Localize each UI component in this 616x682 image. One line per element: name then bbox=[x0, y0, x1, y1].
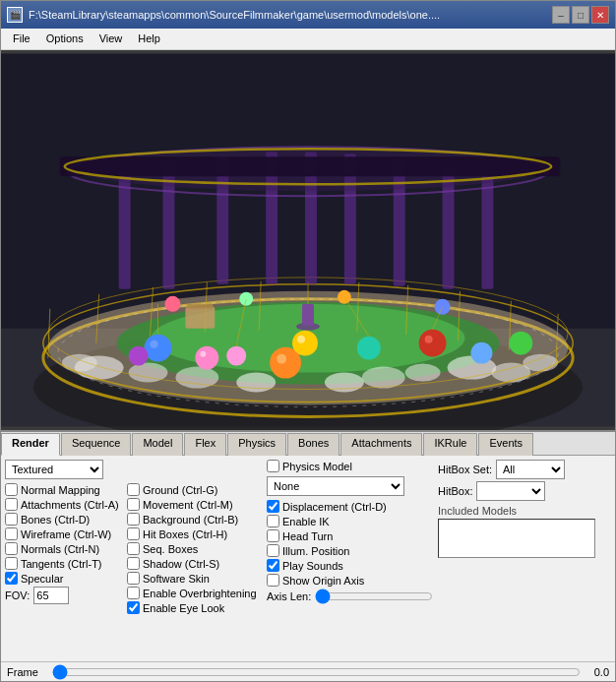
normals-row: Normals (Ctrl-N) bbox=[5, 542, 123, 555]
shadow-row: Shadow (Ctrl-S) bbox=[127, 557, 263, 570]
svg-point-59 bbox=[470, 342, 492, 364]
viewport bbox=[1, 50, 615, 430]
frame-number: 0.0 bbox=[594, 666, 609, 678]
tab-sequence[interactable]: Sequence bbox=[61, 433, 132, 456]
overbright-row: Enable Overbrightening bbox=[127, 587, 263, 599]
play-sounds-checkbox[interactable] bbox=[267, 559, 279, 572]
movement-checkbox[interactable] bbox=[127, 498, 140, 511]
svg-point-62 bbox=[509, 332, 532, 355]
main-window: 🎬 F:\SteamLibrary\steamapps\common\Sourc… bbox=[0, 0, 616, 682]
tab-ikrule[interactable]: IKRule bbox=[423, 433, 477, 456]
normals-checkbox[interactable] bbox=[5, 542, 18, 555]
frame-slider[interactable] bbox=[52, 665, 581, 679]
hitboxes-checkbox[interactable] bbox=[127, 527, 140, 540]
svg-point-54 bbox=[292, 331, 318, 356]
minimize-button[interactable]: – bbox=[552, 6, 570, 24]
ground-label: Ground (Ctrl-G) bbox=[143, 484, 217, 496]
ground-checkbox[interactable] bbox=[127, 483, 140, 496]
svg-point-57 bbox=[419, 330, 447, 357]
svg-rect-47 bbox=[302, 304, 314, 326]
normal-mapping-label: Normal Mapping bbox=[21, 484, 100, 496]
displacement-label: Displacement (Ctrl-D) bbox=[282, 501, 387, 513]
menu-file[interactable]: File bbox=[5, 31, 38, 47]
included-models-label: Included Models bbox=[438, 505, 611, 517]
illum-position-checkbox[interactable] bbox=[267, 544, 279, 557]
svg-rect-32 bbox=[119, 171, 131, 289]
eyelook-row: Enable Eye Look bbox=[127, 601, 263, 614]
specular-checkbox[interactable] bbox=[5, 572, 18, 585]
software-skin-checkbox[interactable] bbox=[127, 572, 140, 585]
head-turn-checkbox[interactable] bbox=[267, 529, 279, 542]
shadow-label: Shadow (Ctrl-S) bbox=[143, 558, 219, 570]
enable-ik-checkbox[interactable] bbox=[267, 515, 279, 527]
background-row: Background (Ctrl-B) bbox=[127, 513, 263, 526]
tab-physics[interactable]: Physics bbox=[227, 433, 286, 456]
physics-model-row: Physics Model bbox=[267, 460, 434, 472]
svg-point-53 bbox=[277, 354, 286, 364]
hitbox-set-label: HitBox Set: bbox=[438, 464, 492, 475]
axis-len-row: Axis Len: bbox=[267, 589, 434, 604]
close-button[interactable]: ✕ bbox=[591, 6, 609, 24]
svg-point-10 bbox=[62, 354, 97, 372]
svg-point-51 bbox=[200, 351, 206, 357]
tab-events[interactable]: Events bbox=[478, 433, 533, 456]
specular-row: Specular bbox=[5, 572, 123, 585]
bones-checkbox[interactable] bbox=[5, 513, 18, 526]
render-col-4: HitBox Set: All HitBox: Included Models bbox=[438, 460, 611, 657]
normals-label: Normals (Ctrl-N) bbox=[21, 543, 99, 555]
hitbox-combo[interactable] bbox=[476, 481, 545, 501]
svg-point-58 bbox=[425, 336, 433, 343]
show-origin-checkbox[interactable] bbox=[267, 574, 279, 587]
menu-options[interactable]: Options bbox=[38, 31, 92, 47]
normal-mapping-row: Normal Mapping bbox=[5, 483, 123, 496]
tab-render[interactable]: Render bbox=[1, 433, 60, 456]
svg-rect-71 bbox=[185, 307, 215, 329]
fov-input[interactable] bbox=[33, 587, 69, 604]
bones-label: Bones (Ctrl-D) bbox=[21, 514, 90, 526]
wireframe-row: Wireframe (Ctrl-W) bbox=[5, 527, 123, 540]
seqboxes-checkbox[interactable] bbox=[127, 542, 140, 555]
wireframe-label: Wireframe (Ctrl-W) bbox=[21, 528, 111, 540]
attachments-checkbox[interactable] bbox=[5, 498, 18, 511]
hitboxes-label: Hit Boxes (Ctrl-H) bbox=[143, 528, 227, 540]
eyelook-label: Enable Eye Look bbox=[143, 602, 224, 614]
hitboxes-row: Hit Boxes (Ctrl-H) bbox=[127, 527, 263, 540]
render-mode-combo[interactable]: Textured Wireframe Flat bbox=[5, 460, 103, 479]
tab-flex[interactable]: Flex bbox=[184, 433, 226, 456]
physics-model-checkbox[interactable] bbox=[267, 460, 279, 472]
none-combo[interactable]: None bbox=[267, 476, 404, 496]
menu-help[interactable]: Help bbox=[130, 31, 168, 47]
svg-point-56 bbox=[357, 337, 381, 360]
shadow-checkbox[interactable] bbox=[127, 557, 140, 570]
normal-mapping-checkbox[interactable] bbox=[5, 483, 18, 496]
overbright-checkbox[interactable] bbox=[127, 587, 140, 599]
tangents-checkbox[interactable] bbox=[5, 557, 18, 570]
render-col-1: Textured Wireframe Flat Normal Mapping A… bbox=[5, 460, 123, 657]
menu-view[interactable]: View bbox=[92, 31, 131, 47]
axis-len-slider[interactable] bbox=[315, 589, 433, 604]
overbright-label: Enable Overbrightening bbox=[143, 588, 257, 599]
fov-row: FOV: bbox=[5, 587, 123, 604]
wireframe-checkbox[interactable] bbox=[5, 527, 18, 540]
background-checkbox[interactable] bbox=[127, 513, 140, 526]
play-sounds-label: Play Sounds bbox=[282, 560, 343, 572]
hitbox-set-combo[interactable]: All bbox=[496, 460, 565, 479]
attachments-row: Attachments (Ctrl-A) bbox=[5, 498, 123, 511]
displacement-checkbox[interactable] bbox=[267, 500, 279, 513]
window-title: F:\SteamLibrary\steamapps\common\SourceF… bbox=[29, 9, 440, 21]
svg-point-63 bbox=[164, 296, 180, 312]
software-skin-label: Software Skin bbox=[143, 573, 210, 585]
software-skin-row: Software Skin bbox=[127, 572, 263, 585]
eyelook-checkbox[interactable] bbox=[127, 601, 140, 614]
maximize-button[interactable]: □ bbox=[572, 6, 589, 24]
titlebar-left: 🎬 F:\SteamLibrary\steamapps\common\Sourc… bbox=[7, 7, 440, 23]
play-sounds-row: Play Sounds bbox=[267, 559, 434, 572]
tab-bones[interactable]: Bones bbox=[287, 433, 339, 456]
enable-ik-row: Enable IK bbox=[267, 515, 434, 527]
svg-point-64 bbox=[435, 299, 451, 315]
tab-model[interactable]: Model bbox=[132, 433, 183, 456]
render-col-2: Ground (Ctrl-G) Movement (Ctrl-M) Backgr… bbox=[127, 460, 263, 657]
tab-attachments[interactable]: Attachments bbox=[340, 433, 422, 456]
included-models-box bbox=[438, 519, 595, 558]
specular-label: Specular bbox=[21, 573, 63, 585]
